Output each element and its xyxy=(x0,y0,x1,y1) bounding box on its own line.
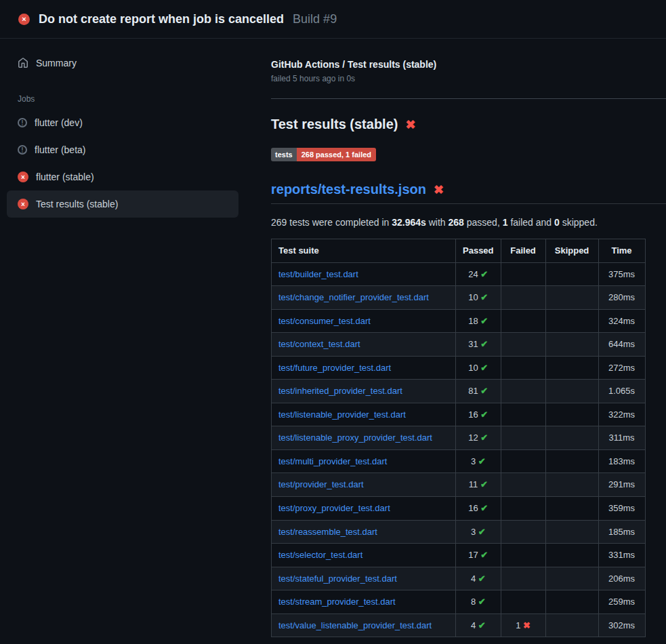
time-cell: 206ms xyxy=(598,567,645,590)
table-row: test/builder_test.dart24 ✔375ms xyxy=(272,262,646,286)
failed-cell xyxy=(501,520,545,544)
time-cell: 644ms xyxy=(598,333,645,357)
table-row: test/stateful_provider_test.dart4 ✔206ms xyxy=(272,567,646,590)
passed-cell-count: 3 xyxy=(471,456,478,466)
build-title: Do not create report when job is cancell… xyxy=(39,12,284,26)
time-cell: 183ms xyxy=(598,449,645,473)
failed-cell xyxy=(501,286,545,310)
passed-cell-count: 81 xyxy=(468,386,480,396)
sidebar-item-summary[interactable]: Summary xyxy=(7,49,238,77)
divider xyxy=(271,98,666,99)
suite-link[interactable]: test/provider_test.dart xyxy=(278,479,364,489)
failed-cell xyxy=(501,403,545,426)
passed-cell: 18 ✔ xyxy=(456,309,501,333)
column-header-failed: Failed xyxy=(501,239,545,263)
check-icon: ✔ xyxy=(480,316,488,326)
sidebar-item-flutter-beta[interactable]: ! flutter (beta) xyxy=(7,136,238,163)
build-header: × Do not create report when job is cance… xyxy=(0,0,666,39)
check-icon: ✔ xyxy=(478,456,486,466)
sidebar: Summary Jobs ! flutter (dev) ! flutter (… xyxy=(0,39,255,218)
summary-segment: skipped. xyxy=(560,217,598,228)
passed-cell-count: 24 xyxy=(468,269,480,279)
failed-cell xyxy=(501,333,545,357)
passed-cell: 3 ✔ xyxy=(456,449,501,473)
check-icon: ✔ xyxy=(480,292,488,302)
suite-link[interactable]: test/selector_test.dart xyxy=(278,550,362,560)
run-meta: failed 5 hours ago in 0s xyxy=(271,74,666,83)
table-row: test/provider_test.dart11 ✔291ms xyxy=(272,473,646,497)
passed-cell: 10 ✔ xyxy=(456,356,501,380)
suite-link[interactable]: test/value_listenable_provider_test.dart xyxy=(278,620,432,630)
summary-segment: 269 tests were completed in xyxy=(271,217,392,228)
passed-cell-count: 3 xyxy=(471,527,478,537)
failed-cell xyxy=(501,426,545,450)
time-cell: 359ms xyxy=(598,497,645,521)
passed-cell-count: 10 xyxy=(468,292,480,302)
time-cell: 259ms xyxy=(598,590,645,614)
column-header-time: Time xyxy=(598,239,645,263)
check-icon: ✔ xyxy=(478,527,486,537)
suite-link[interactable]: test/consumer_test.dart xyxy=(278,316,371,326)
failed-status-icon: × xyxy=(18,14,30,25)
time-cell: 185ms xyxy=(598,520,645,544)
table-row: test/context_test.dart31 ✔644ms xyxy=(272,333,646,357)
time-cell: 324ms xyxy=(598,309,645,333)
badge-value: 268 passed, 1 failed xyxy=(297,148,376,161)
x-icon: ✖ xyxy=(523,620,530,630)
failed-cell xyxy=(501,356,545,380)
suite-cell: test/inherited_provider_test.dart xyxy=(272,380,456,403)
breadcrumb: GitHub Actions / Test results (stable) xyxy=(271,59,666,70)
build-number: Build #9 xyxy=(293,12,337,26)
passed-cell: 16 ✔ xyxy=(456,403,501,426)
sidebar-item-flutter-stable[interactable]: × flutter (stable) xyxy=(7,163,238,190)
skipped-cell xyxy=(545,567,598,590)
passed-cell-count: 17 xyxy=(468,550,480,560)
suite-link[interactable]: test/inherited_provider_test.dart xyxy=(278,386,402,396)
badge-label: tests xyxy=(271,148,297,161)
table-row: test/stream_provider_test.dart8 ✔259ms xyxy=(272,590,646,614)
passed-cell: 31 ✔ xyxy=(456,333,501,357)
time-cell: 322ms xyxy=(598,403,645,426)
passed-cell-count: 8 xyxy=(471,597,478,607)
passed-cell-count: 18 xyxy=(468,316,480,326)
suite-link[interactable]: test/multi_provider_test.dart xyxy=(278,456,387,466)
failed-status-icon: × xyxy=(18,172,28,182)
jobs-section-label: Jobs xyxy=(7,94,238,104)
passed-cell-count: 16 xyxy=(468,409,480,420)
failed-cell xyxy=(501,309,545,333)
suite-link[interactable]: test/stream_provider_test.dart xyxy=(278,597,396,607)
suite-link[interactable]: test/future_provider_test.dart xyxy=(278,363,391,373)
table-row: test/listenable_provider_test.dart16 ✔32… xyxy=(272,403,646,426)
failed-cell xyxy=(501,590,545,614)
time-cell: 302ms xyxy=(598,613,645,637)
suite-link[interactable]: test/reassemble_test.dart xyxy=(278,527,377,537)
suite-link[interactable]: test/listenable_provider_test.dart xyxy=(278,409,406,420)
failed-cell xyxy=(501,380,545,403)
main-content: GitHub Actions / Test results (stable) f… xyxy=(255,39,666,637)
suite-link[interactable]: test/listenable_proxy_provider_test.dart xyxy=(278,432,432,443)
failed-cell: 1 ✖ xyxy=(501,613,545,637)
results-table: Test suitePassedFailedSkippedTime test/b… xyxy=(271,239,646,637)
summary-segment: passed, xyxy=(464,217,503,228)
summary-segment: 32.964s xyxy=(392,217,426,228)
failed-cell xyxy=(501,262,545,286)
test-table-body: test/builder_test.dart24 ✔375mstest/chan… xyxy=(272,262,646,637)
report-link[interactable]: reports/test-results.json xyxy=(271,182,426,197)
passed-cell: 3 ✔ xyxy=(456,520,501,544)
passed-cell-count: 31 xyxy=(468,339,480,349)
suite-link[interactable]: test/proxy_provider_test.dart xyxy=(278,503,390,513)
check-icon: ✔ xyxy=(478,620,486,630)
suite-cell: test/change_notifier_provider_test.dart xyxy=(272,286,456,310)
sidebar-item-test-results-stable[interactable]: × Test results (stable) xyxy=(7,190,238,218)
summary-segment: failed and xyxy=(508,217,555,228)
failed-cell xyxy=(501,497,545,521)
time-cell: 291ms xyxy=(598,473,645,497)
home-icon xyxy=(18,58,28,68)
suite-link[interactable]: test/stateful_provider_test.dart xyxy=(278,573,397,584)
table-row: test/change_notifier_provider_test.dart1… xyxy=(272,286,646,310)
column-header-skipped: Skipped xyxy=(545,239,598,263)
suite-link[interactable]: test/builder_test.dart xyxy=(278,269,358,279)
suite-link[interactable]: test/context_test.dart xyxy=(278,339,360,349)
suite-link[interactable]: test/change_notifier_provider_test.dart xyxy=(278,292,429,302)
sidebar-item-flutter-dev[interactable]: ! flutter (dev) xyxy=(7,109,238,136)
